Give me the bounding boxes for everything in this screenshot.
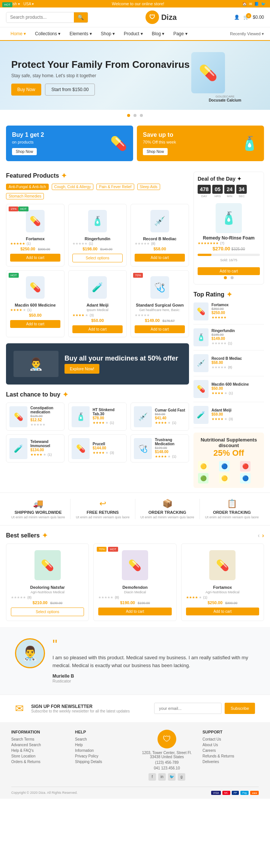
dot-2[interactable] <box>134 114 136 117</box>
hero-product-brand: GOUZECARE <box>191 95 259 98</box>
promo-right-image: 🧴 <box>241 136 258 151</box>
add-to-cart-2[interactable]: Add to cart <box>135 254 185 262</box>
nav-item-page[interactable]: Page ▾ <box>169 27 192 40</box>
promo-right-title: Save up to <box>143 132 176 138</box>
review-count-1: (1) <box>89 242 93 245</box>
product-placeholder-4: 🧪 <box>88 276 107 299</box>
plus-icon: ✦ <box>61 172 67 180</box>
deal-progress-bar <box>198 254 260 256</box>
newsletter-subscribe-button[interactable]: Subscribe <box>225 703 255 714</box>
bs-prev-arrow[interactable]: ‹ <box>258 532 260 539</box>
footer-link-3-4[interactable]: Deliveries <box>202 760 259 764</box>
nav-item-home[interactable]: Home ▾ <box>6 27 30 40</box>
nutrition-discount: 25% Off <box>198 448 260 458</box>
home-icon[interactable]: 🏠 <box>242 2 247 6</box>
footer-link-0-3[interactable]: Store Location <box>11 754 68 758</box>
promo-left-btn[interactable]: Shop Now <box>12 148 37 155</box>
footer-col-title-0: INFORMATION <box>11 730 68 734</box>
bs-btn-2[interactable]: Add to cart <box>186 608 259 615</box>
footer-link-1-1[interactable]: Help <box>75 743 131 747</box>
cat-tab-1[interactable]: Cough, Cold & Allergy <box>52 184 94 190</box>
recently-viewed[interactable]: Recently Viewed ▾ <box>230 31 264 36</box>
user-icon[interactable]: 👤 <box>234 15 240 20</box>
dot-1[interactable] <box>127 114 130 117</box>
top-rating-section: Top Rating ✦ 💊 Fortamox $350.00 $250.00 … <box>194 290 264 428</box>
cart-icon[interactable]: 🛒0 <box>243 15 249 20</box>
deal-dot-2[interactable] <box>231 276 234 279</box>
lc-image-5: 🩺 <box>134 438 152 459</box>
cat-tab-2[interactable]: Pain & Fever Relief <box>96 184 134 190</box>
deal-dots <box>198 275 260 280</box>
product-card-0: 15% HOT 💊 Fortamox ★★★★★ (1) $250.00 $30… <box>6 204 64 266</box>
buy-now-button[interactable]: Buy Now <box>11 84 41 96</box>
footer-link-0-2[interactable]: Help & FAQ's <box>11 748 68 753</box>
cat-tab-0[interactable]: Anti-Fungal & Anti-Itch <box>6 184 49 190</box>
stars-4: ★★★★ <box>72 313 84 317</box>
search-button[interactable]: 🔍 <box>74 12 88 22</box>
footer-link-1-3[interactable]: Privacy Policy <box>75 754 131 758</box>
hero-buttons: Buy Now Start from $150.00 <box>11 84 190 96</box>
top-rating-info-1: Ringerfundin $185.00 $149.00 ★★★★★(1) <box>212 329 235 346</box>
dot-3[interactable] <box>140 114 143 117</box>
product-name-4: Adant Meiji <box>72 303 123 307</box>
explore-button[interactable]: Explore Now! <box>64 364 99 374</box>
footer-link-1-0[interactable]: Search <box>75 737 131 741</box>
add-to-cart-0[interactable]: Add to cart <box>10 254 60 262</box>
add-to-cart-4[interactable]: Add to cart <box>72 325 123 333</box>
last-chance-item-5: 🩺 Trustrang Medication $199.00 $148.00 ★… <box>130 434 189 462</box>
cat-tab-3[interactable]: Sleep Aids <box>137 184 160 190</box>
footer-col-title-1: HELP <box>75 730 131 734</box>
footer-link-3-1[interactable]: About Us <box>202 743 259 747</box>
twitter-icon[interactable]: 🐦 <box>261 2 266 6</box>
product-placeholder-2: 💉 <box>150 210 169 232</box>
bs-image-1: 💊 <box>98 548 171 582</box>
nav-item-elements[interactable]: Elements ▾ <box>65 27 96 40</box>
product-placeholder-0: 💊 <box>26 210 45 232</box>
add-to-cart-3[interactable]: Add to cart <box>10 320 60 328</box>
start-from-button[interactable]: Start from $150.00 <box>45 84 95 96</box>
promo-right-btn[interactable]: Shop Now <box>143 148 168 155</box>
nav-item-collections[interactable]: Collections ▾ <box>30 27 65 40</box>
deal-dot-1[interactable] <box>224 276 227 279</box>
footer-link-3-3[interactable]: Refunds & Returns <box>202 754 259 758</box>
deal-add-to-cart[interactable]: Add to cart <box>198 267 260 275</box>
bs-btn-1[interactable]: Add to cart <box>98 608 171 615</box>
product-placeholder-5: 🩺 <box>150 276 169 299</box>
facebook-icon[interactable]: 📘 <box>254 2 259 6</box>
newsletter-section: ✉ SIGN UP FOR NEWSLETTER Subscribe to th… <box>0 694 270 722</box>
nutrition-item-3: 🟢 <box>198 473 208 483</box>
nav-item-blog[interactable]: Blog ▾ <box>147 27 169 40</box>
footer-link-0-4[interactable]: Orders & Returns <box>11 760 68 764</box>
bs-btn-0[interactable]: Select options <box>11 608 84 616</box>
footer-facebook-icon[interactable]: f <box>148 773 156 781</box>
footer-link-3-0[interactable]: Contact Us <box>202 737 259 741</box>
deal-rating-row: ★★★★★★★ (7) <box>198 241 260 245</box>
select-options-1[interactable]: Select options <box>72 254 123 262</box>
bs-card-0: 💊 Deoloring Natsfar Agri-Nutritious Medi… <box>6 543 89 621</box>
nutrition-item-1: 🔵 <box>219 461 230 471</box>
footer-link-3-2[interactable]: Careers <box>202 748 259 753</box>
deal-review-count: (7) <box>220 241 224 245</box>
footer-link-1-4[interactable]: Shipping Details <box>75 760 131 764</box>
footer-twitter-icon[interactable]: 🐦 <box>168 773 176 781</box>
nav-item-shop[interactable]: Shop ▾ <box>96 27 119 40</box>
footer-link-0-1[interactable]: Advanced Search <box>11 743 68 747</box>
newsletter-email-input[interactable] <box>154 703 222 714</box>
footer-google-icon[interactable]: g <box>178 773 185 781</box>
product-price-1: $198.00 $149.00 <box>72 246 123 251</box>
search-input[interactable] <box>6 12 74 22</box>
promo-banner-right: Save up to 70% Off this week Shop Now 🧴 <box>137 126 264 161</box>
bs-next-arrow[interactable]: › <box>262 532 264 539</box>
nav-item-product[interactable]: Product ▾ <box>119 27 147 40</box>
cat-tab-4[interactable]: Stomach Remedies <box>6 193 44 199</box>
deal-price-old: $325.00 <box>231 247 245 251</box>
country-selector[interactable]: USA ▾ <box>24 2 34 6</box>
add-to-cart-5[interactable]: Add to cart <box>135 325 185 333</box>
email-icon[interactable]: ✉ <box>249 2 252 6</box>
logo[interactable]: 🛡 Diza <box>146 10 177 24</box>
footer-link-0-0[interactable]: Search Terms <box>11 737 68 741</box>
lc-old-price-0: $125.00 <box>30 414 61 418</box>
deal-product: 15% HOT 🧴 Remedy No-Rinse Foam ★★★★★★★ (… <box>198 202 260 275</box>
footer-instagram-icon[interactable]: in <box>158 773 166 781</box>
footer-link-1-2[interactable]: Information <box>75 748 131 753</box>
